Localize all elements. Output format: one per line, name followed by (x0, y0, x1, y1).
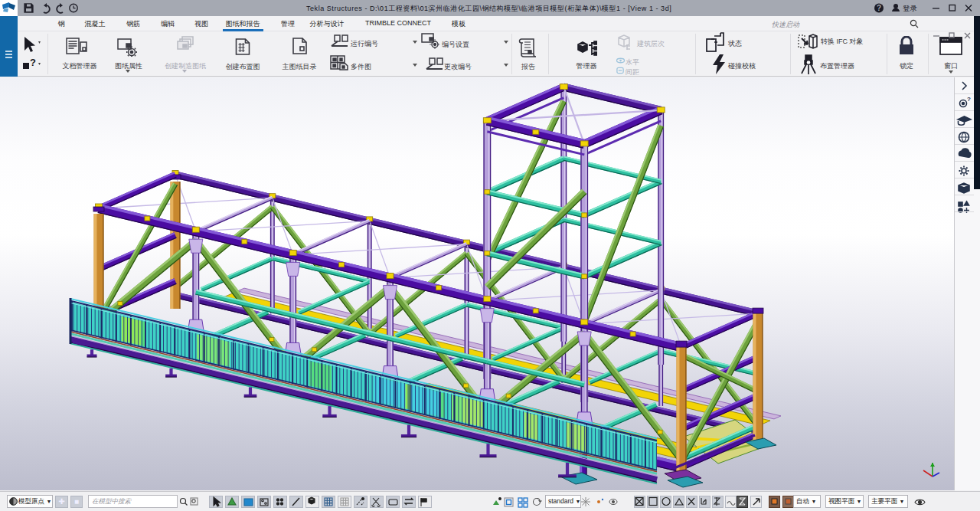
svg-text:?: ? (877, 4, 881, 12)
svg-text:?: ? (967, 96, 971, 103)
svg-text:?: ? (30, 57, 36, 68)
svg-text:登录: 登录 (903, 4, 918, 12)
